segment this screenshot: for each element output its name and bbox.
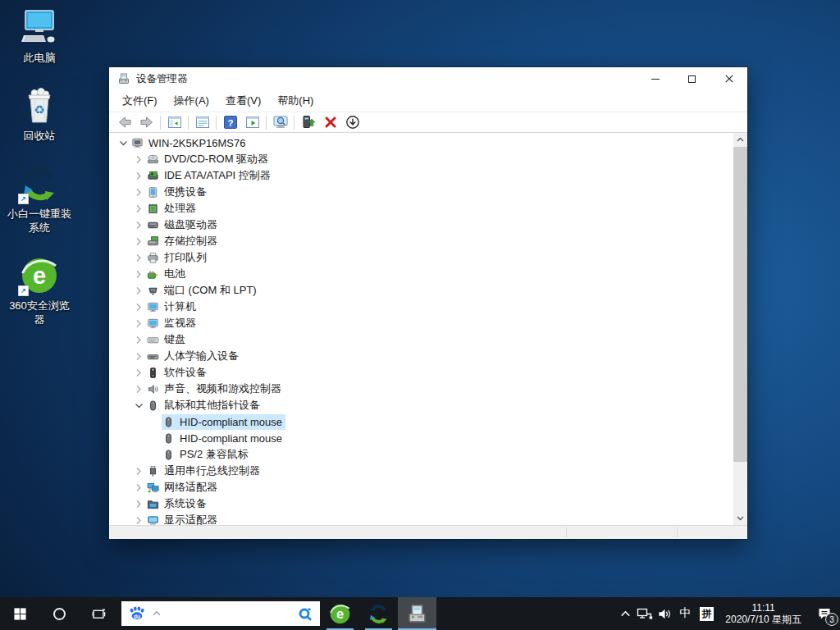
- ime-mode-button[interactable]: 拼: [700, 607, 714, 621]
- minimize-button[interactable]: [637, 67, 673, 90]
- tree-item[interactable]: 鼠标和其他指针设备: [109, 397, 733, 413]
- tree-item[interactable]: 便携设备: [109, 184, 733, 200]
- start-button[interactable]: [0, 597, 39, 630]
- tree-item[interactable]: 监视器: [109, 315, 733, 331]
- mouse-device-icon: [162, 416, 175, 428]
- chevron-right-icon[interactable]: [132, 251, 146, 265]
- taskbar-clock[interactable]: 11:11 2020/7/10 星期五: [718, 602, 809, 626]
- toolbar-help-button[interactable]: [219, 113, 241, 132]
- device-tree-panel: WIN-2K5KP16MS76DVD/CD-ROM 驱动器IDE ATA/ATA…: [109, 133, 747, 525]
- toolbar-uninstall-button[interactable]: [319, 113, 341, 132]
- scrollbar-down-button[interactable]: [733, 511, 747, 525]
- window-titlebar[interactable]: 设备管理器: [109, 67, 747, 90]
- task-view-button[interactable]: [79, 597, 118, 630]
- tree-item-label: 网络适配器: [164, 480, 217, 495]
- tree-item[interactable]: 显示适配器: [109, 512, 733, 525]
- tree-item[interactable]: IDE ATA/ATAPI 控制器: [109, 167, 733, 184]
- toolbar-panes-button[interactable]: [163, 113, 185, 132]
- chevron-right-icon[interactable]: [132, 235, 146, 249]
- tree-item[interactable]: 网络适配器: [109, 479, 733, 495]
- menu-help[interactable]: 帮助(H): [269, 90, 322, 112]
- search-engine-icon[interactable]: [297, 605, 313, 622]
- printer-device-icon: [147, 252, 159, 264]
- tree-item[interactable]: 端口 (COM 和 LPT): [109, 282, 733, 299]
- toolbar-back-button[interactable]: [113, 113, 135, 132]
- chevron-right-icon[interactable]: [132, 284, 146, 298]
- chevron-right-icon[interactable]: [132, 267, 146, 281]
- toolbar-update-driver-button[interactable]: [297, 113, 319, 132]
- chevron-right-icon[interactable]: [132, 382, 146, 396]
- action-center-button[interactable]: 3: [809, 597, 840, 630]
- scrollbar-up-button[interactable]: [733, 133, 747, 147]
- tree-item[interactable]: 声音、视频和游戏控制器: [109, 381, 733, 397]
- chevron-right-icon[interactable]: [132, 185, 146, 199]
- close-button[interactable]: [710, 67, 747, 90]
- mouse-device-icon: [162, 449, 175, 461]
- taskbar-app-xiaobai[interactable]: [359, 597, 398, 630]
- tree-item-label: 处理器: [164, 201, 196, 216]
- menu-file[interactable]: 文件(F): [114, 90, 166, 112]
- tree-item-label: 打印队列: [164, 250, 207, 265]
- tree-item[interactable]: 键盘: [109, 331, 733, 348]
- tree-item[interactable]: 电池: [109, 266, 733, 282]
- chevron-right-icon[interactable]: [132, 202, 146, 216]
- tree-item[interactable]: 软件设备: [109, 364, 733, 381]
- vertical-scrollbar[interactable]: [733, 133, 747, 525]
- desktop-icon-xiaobai-reinstall[interactable]: 小白一键重装系统: [3, 164, 75, 235]
- cortana-button[interactable]: [39, 597, 79, 630]
- maximize-button[interactable]: [673, 67, 710, 90]
- tree-item[interactable]: 磁盘驱动器: [109, 217, 733, 233]
- chevron-right-icon[interactable]: [132, 153, 146, 167]
- chevron-down-icon[interactable]: [116, 136, 130, 150]
- chevron-right-icon[interactable]: [132, 481, 146, 495]
- network-tray-button[interactable]: [635, 597, 655, 630]
- chevron-right-icon[interactable]: [132, 169, 146, 183]
- status-bar: [109, 525, 747, 539]
- tree-item-label: 人体学输入设备: [164, 349, 239, 363]
- tree-item[interactable]: WIN-2K5KP16MS76: [109, 135, 733, 151]
- volume-tray-button[interactable]: [655, 597, 674, 630]
- menu-action[interactable]: 操作(A): [166, 90, 217, 112]
- toolbar-scan-button[interactable]: [269, 113, 291, 132]
- chevron-right-icon[interactable]: [132, 317, 146, 331]
- chevron-right-icon[interactable]: [132, 366, 146, 380]
- taskbar-search-box[interactable]: [121, 601, 320, 626]
- toolbar-forward-button[interactable]: [135, 113, 158, 132]
- toolbar-show-window-button[interactable]: [241, 113, 263, 132]
- chevron-right-icon[interactable]: [132, 333, 146, 347]
- tree-item[interactable]: HID-compliant mouse: [109, 430, 733, 446]
- forward-icon: [139, 114, 155, 130]
- chevron-right-icon[interactable]: [132, 514, 146, 526]
- taskbar-app-360-browser[interactable]: [321, 597, 359, 630]
- menu-view[interactable]: 查看(V): [217, 90, 269, 112]
- notification-badge: 3: [825, 613, 838, 626]
- chevron-right-icon[interactable]: [132, 300, 146, 314]
- chevron-right-icon[interactable]: [132, 349, 146, 363]
- desktop-icon-this-pc[interactable]: 此电脑: [3, 8, 75, 65]
- desktop-icon-recycle-bin[interactable]: 回收站: [3, 86, 75, 143]
- tray-overflow-button[interactable]: [615, 597, 635, 630]
- usb-device-icon: [147, 465, 159, 477]
- tree-item[interactable]: 打印队列: [109, 249, 733, 266]
- tree-item-selected[interactable]: HID-compliant mouse: [109, 413, 733, 430]
- tree-item[interactable]: PS/2 兼容鼠标: [109, 446, 733, 463]
- tree-item-label: 磁盘驱动器: [164, 217, 217, 232]
- ime-language-button[interactable]: 中: [674, 606, 696, 621]
- search-expand-icon[interactable]: [151, 608, 162, 619]
- desktop-icon-360-browser[interactable]: 360安全浏览器: [3, 256, 75, 326]
- tree-item[interactable]: 人体学输入设备: [109, 348, 733, 364]
- tree-item[interactable]: DVD/CD-ROM 驱动器: [109, 151, 733, 167]
- toolbar-properties-button[interactable]: [191, 113, 213, 132]
- chevron-right-icon[interactable]: [132, 464, 146, 478]
- tree-item[interactable]: 存储控制器: [109, 233, 733, 249]
- tree-item[interactable]: 处理器: [109, 200, 733, 217]
- chevron-down-icon[interactable]: [132, 399, 146, 413]
- toolbar-disable-button[interactable]: [341, 113, 363, 132]
- tree-item[interactable]: 通用串行总线控制器: [109, 463, 733, 479]
- taskbar-app-device-manager[interactable]: [398, 597, 436, 630]
- tree-item[interactable]: 计算机: [109, 299, 733, 315]
- tree-item[interactable]: 系统设备: [109, 495, 733, 512]
- chevron-right-icon[interactable]: [132, 497, 146, 511]
- scrollbar-thumb[interactable]: [733, 147, 747, 462]
- chevron-right-icon[interactable]: [132, 218, 146, 232]
